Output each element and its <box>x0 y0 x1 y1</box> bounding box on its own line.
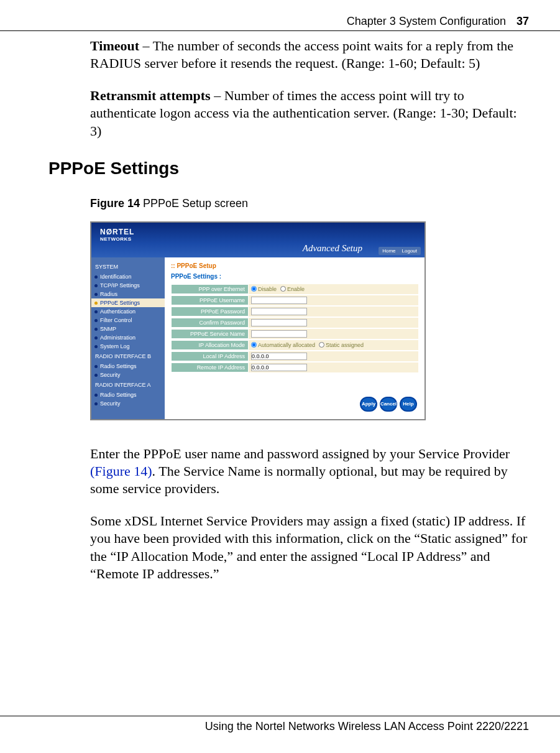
sidebar-item-pppoe[interactable]: PPPoE Settings <box>91 298 165 307</box>
label-confirm: Confirm Password <box>171 318 249 328</box>
banner-title: Advanced Setup <box>303 243 362 254</box>
chapter-label: Chapter 3 System Configuration <box>347 15 506 27</box>
figure-14-link[interactable]: (Figure 14) <box>90 463 152 479</box>
sidebar-item-tcpip[interactable]: TCP/IP Settings <box>91 281 165 290</box>
retransmit-paragraph: Retransmit attempts – Number of times th… <box>90 87 529 139</box>
sidebar-item-radius[interactable]: Radius <box>91 290 165 298</box>
radio-disable[interactable]: Disable <box>251 286 277 292</box>
label-service: PPPoE Service Name <box>171 329 249 339</box>
home-link[interactable]: Home <box>382 248 395 254</box>
sidebar-item-radio-a-settings[interactable]: Radio Settings <box>91 390 165 399</box>
nav-group-radio-a: RADIO INTERFACE A <box>91 379 165 390</box>
label-password: PPPoE Password <box>171 307 249 316</box>
label-local-ip: Local IP Address <box>171 351 249 361</box>
form-title: :: PPPoE Setup <box>171 262 418 269</box>
sidebar-item-radio-b-security[interactable]: Security <box>91 371 165 379</box>
page-number: 37 <box>516 15 529 27</box>
timeout-term: Timeout <box>90 38 139 53</box>
page-footer: Using the Nortel Networks Wireless LAN A… <box>0 716 560 733</box>
page-header: Chapter 3 System Configuration 37 <box>0 15 560 31</box>
form-subtitle: PPPoE Settings : <box>171 273 418 280</box>
radio-auto[interactable]: Automatically allocated <box>251 342 315 348</box>
cancel-button[interactable]: Cancel <box>380 397 397 412</box>
timeout-paragraph: Timeout – The number of seconds the acce… <box>90 37 529 72</box>
local-ip-input[interactable] <box>251 353 307 360</box>
brand-logo: NØRTEL NETWORKS <box>100 228 134 242</box>
after-figure-para-2: Some xDSL Internet Service Providers may… <box>90 512 529 583</box>
sidebar-item-identification[interactable]: Identification <box>91 272 165 281</box>
nav-group-radio-b: RADIO INTERFACE B <box>91 351 165 362</box>
radio-enable[interactable]: Enable <box>280 286 305 292</box>
service-name-input[interactable] <box>251 330 307 338</box>
label-username: PPPoE Username <box>171 295 249 305</box>
retransmit-term: Retransmit attempts <box>90 88 211 103</box>
sidebar-item-radio-a-security[interactable]: Security <box>91 399 165 408</box>
form-pane: :: PPPoE Setup PPPoE Settings : PPP over… <box>165 257 425 419</box>
sidebar-item-radio-b-settings[interactable]: Radio Settings <box>91 362 165 371</box>
sidebar-item-auth[interactable]: Authentication <box>91 307 165 316</box>
label-ipmode: IP Allocation Mode <box>171 340 249 350</box>
nav-group-system: SYSTEM <box>91 261 165 272</box>
radio-static[interactable]: Static assigned <box>319 342 364 348</box>
apply-button[interactable]: Apply <box>360 397 377 412</box>
sidebar-item-filter[interactable]: Filter Control <box>91 316 165 325</box>
help-button[interactable]: Help <box>400 397 417 412</box>
pppoe-setup-screenshot: NØRTEL NETWORKS Advanced Setup Home Logo… <box>90 221 426 420</box>
banner: NØRTEL NETWORKS Advanced Setup Home Logo… <box>91 223 425 257</box>
sidebar-item-admin[interactable]: Administration <box>91 333 165 342</box>
after-figure-para-1: Enter the PPPoE user name and password a… <box>90 445 529 497</box>
pppoe-password-input[interactable] <box>251 308 307 315</box>
section-heading: PPPoE Settings <box>48 159 529 178</box>
logout-link[interactable]: Logout <box>402 248 417 254</box>
top-links: Home Logout <box>379 247 421 255</box>
figure-title: PPPoE Setup screen <box>140 197 248 210</box>
side-nav: SYSTEM Identification TCP/IP Settings Ra… <box>91 257 165 419</box>
remote-ip-input[interactable] <box>251 364 307 371</box>
pppoe-username-input[interactable] <box>251 297 307 304</box>
confirm-password-input[interactable] <box>251 319 307 326</box>
sidebar-item-snmp[interactable]: SNMP <box>91 325 165 333</box>
figure-caption: Figure 14 PPPoE Setup screen <box>90 197 529 210</box>
sidebar-item-syslog[interactable]: System Log <box>91 342 165 351</box>
timeout-text: – The number of seconds the access point… <box>90 38 513 71</box>
label-ppp-over-ethernet: PPP over Ethernet <box>171 284 249 294</box>
label-remote-ip: Remote IP Address <box>171 363 249 372</box>
figure-number: Figure 14 <box>90 197 140 210</box>
